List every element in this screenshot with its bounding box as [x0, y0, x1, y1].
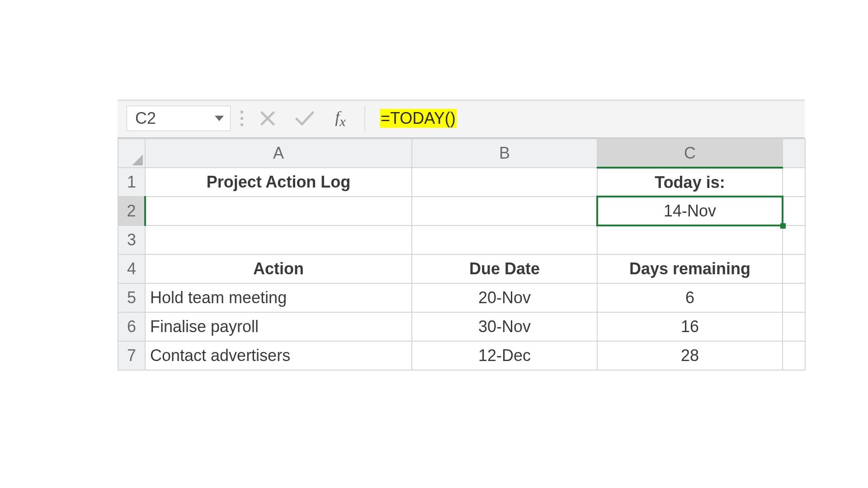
cell-A4[interactable]: Action [145, 254, 412, 283]
row-1: 1 Project Action Log Today is: [118, 168, 805, 197]
cell-C5[interactable]: 6 [597, 283, 783, 312]
cell-D3[interactable] [783, 225, 805, 254]
name-box-dropdown-icon[interactable] [215, 116, 224, 121]
row-header-7[interactable]: 7 [118, 341, 145, 370]
fx-icon: fx [335, 108, 348, 129]
row-6: 6 Finalise payroll 30-Nov 16 [118, 312, 805, 341]
cell-C6[interactable]: 16 [597, 312, 783, 341]
select-all-corner[interactable] [118, 139, 145, 168]
row-header-4[interactable]: 4 [118, 254, 145, 283]
cell-D6[interactable] [783, 312, 805, 341]
row-header-1[interactable]: 1 [118, 168, 145, 197]
cell-D7[interactable] [783, 341, 805, 370]
cell-B7[interactable]: 12-Dec [412, 341, 597, 370]
row-header-5[interactable]: 5 [118, 283, 145, 312]
cancel-button[interactable] [253, 106, 282, 131]
row-3: 3 [118, 225, 805, 254]
cell-C3[interactable] [597, 225, 783, 254]
cell-B4[interactable]: Due Date [412, 254, 597, 283]
cell-B5[interactable]: 20-Nov [412, 283, 597, 312]
cell-A5[interactable]: Hold team meeting [145, 283, 412, 312]
formula-bar-drag-handle-icon[interactable] [239, 111, 245, 126]
row-header-2[interactable]: 2 [118, 197, 145, 225]
insert-function-button[interactable]: fx [327, 106, 356, 131]
cell-B6[interactable]: 30-Nov [412, 312, 597, 341]
check-icon [295, 110, 315, 127]
cell-B2[interactable] [412, 197, 597, 225]
cell-D2[interactable] [783, 197, 805, 225]
name-box[interactable]: C2 [127, 106, 231, 131]
cell-B1[interactable] [412, 168, 597, 197]
column-header-blank[interactable] [783, 139, 805, 168]
cell-B3[interactable] [412, 225, 597, 254]
row-7: 7 Contact advertisers 12-Dec 28 [118, 341, 805, 370]
cell-C1[interactable]: Today is: [597, 168, 783, 197]
grid-table: A B C 1 Project Action Log Today is: [118, 138, 806, 371]
row-header-6[interactable]: 6 [118, 312, 145, 341]
row-4: 4 Action Due Date Days remaining [118, 254, 805, 283]
name-box-value: C2 [135, 109, 156, 128]
cell-A2[interactable] [145, 197, 412, 225]
column-header-A[interactable]: A [145, 139, 412, 168]
cell-C4[interactable]: Days remaining [597, 254, 783, 283]
enter-button[interactable] [290, 106, 319, 131]
row-5: 5 Hold team meeting 20-Nov 6 [118, 283, 805, 312]
cell-A6[interactable]: Finalise payroll [145, 312, 412, 341]
column-header-C[interactable]: C [597, 139, 783, 168]
cell-A1[interactable]: Project Action Log [145, 168, 412, 197]
cell-A3[interactable] [145, 225, 412, 254]
formula-bar: C2 fx =TODAY() [118, 101, 805, 137]
column-header-row: A B C [118, 139, 805, 168]
cell-D4[interactable] [783, 254, 805, 283]
row-header-3[interactable]: 3 [118, 225, 145, 254]
formula-input[interactable]: =TODAY() [373, 106, 796, 131]
formula-text: =TODAY() [380, 109, 457, 128]
cell-D5[interactable] [783, 283, 805, 312]
cell-A7[interactable]: Contact advertisers [145, 341, 412, 370]
cell-D1[interactable] [783, 168, 805, 197]
formula-bar-separator [364, 106, 365, 131]
column-header-B[interactable]: B [412, 139, 597, 168]
spreadsheet-grid[interactable]: A B C 1 Project Action Log Today is: [118, 137, 805, 371]
cell-C2[interactable]: 14-Nov [597, 197, 783, 225]
cell-C7[interactable]: 28 [597, 341, 783, 370]
row-2: 2 14-Nov [118, 197, 805, 225]
close-icon [259, 110, 276, 127]
excel-window: C2 fx =TODAY() [118, 99, 805, 371]
